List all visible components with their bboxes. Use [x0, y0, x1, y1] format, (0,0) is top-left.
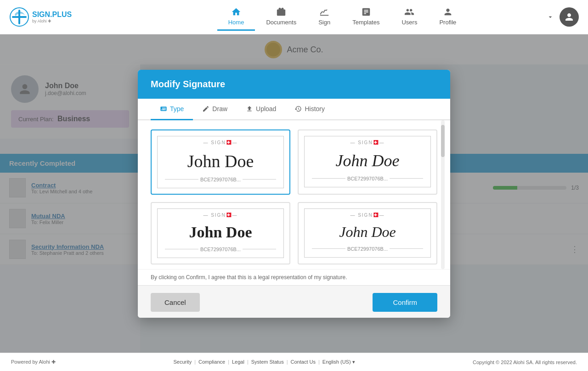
modal-body: — SIGN✚ — John Doe BCE72997076B... [138, 120, 450, 269]
tab-upload-label: Upload [256, 105, 276, 112]
nav-home[interactable]: Home [217, 3, 255, 31]
scrollbar-track [441, 120, 445, 269]
modify-signature-modal: Modify Signature Type Draw Upload Histor… [138, 70, 450, 318]
keyboard-icon [160, 105, 167, 112]
footer-link-status[interactable]: System Status [251, 359, 284, 365]
draw-icon [202, 105, 209, 112]
sig-id-2: BCE72997076B... [312, 176, 423, 181]
scrollbar-thumb[interactable] [441, 125, 445, 157]
tab-draw-label: Draw [212, 105, 227, 112]
sig-name-1: John Doe [165, 142, 276, 175]
nav-profile[interactable]: Profile [428, 3, 467, 31]
nav-right [547, 7, 579, 27]
confirm-button[interactable]: Confirm [373, 293, 437, 312]
signplus-label-2: — SIGN✚ — [350, 140, 384, 145]
main-content: Acme Co. John Doe j.doe@alohi.com Curren… [0, 34, 588, 353]
tab-draw[interactable]: Draw [193, 99, 237, 120]
signature-option-4[interactable]: — SIGN✚ — John Doe BCE72997076B... [298, 202, 437, 264]
logo[interactable]: SIGN.PLUS by Alohi ✚ [9, 7, 138, 27]
logo-sub: by Alohi ✚ [32, 19, 72, 23]
footer-links: Security | Compliance | Legal | System S… [173, 359, 355, 365]
modal-header: Modify Signature [138, 70, 450, 99]
sig-name-3: John Doe [165, 214, 276, 245]
tab-history-label: History [305, 105, 325, 112]
sig-name-4: John Doe [312, 214, 423, 244]
sig-id-3: BCE72997076B... [165, 247, 276, 252]
footer-link-security[interactable]: Security [173, 359, 192, 365]
sig-id-4: BCE72997076B... [312, 246, 423, 252]
modal-tabs: Type Draw Upload History [138, 99, 450, 120]
nav-users[interactable]: Users [390, 3, 428, 31]
history-icon [294, 105, 302, 112]
sig-name-2: John Doe [312, 142, 423, 174]
dropdown-arrow-icon [547, 13, 554, 21]
cancel-button[interactable]: Cancel [151, 293, 200, 312]
signature-grid: — SIGN✚ — John Doe BCE72997076B... [151, 129, 437, 264]
signplus-label-4: — SIGN✚ — [350, 213, 384, 218]
nav-items: Home Documents Sign Templates Users Prof… [138, 3, 547, 31]
upload-icon [246, 105, 253, 112]
nav-sign[interactable]: Sign [307, 3, 341, 31]
copyright: Copyright © 2022 Alohi SA. All rights re… [473, 360, 577, 365]
footer-link-language[interactable]: English (US) ▾ [322, 359, 355, 365]
tab-history[interactable]: History [285, 99, 334, 120]
signature-option-3[interactable]: — SIGN✚ — John Doe BCE72997076B... [151, 202, 290, 264]
modal-footer: Cancel Confirm [138, 285, 450, 318]
logo-icon [9, 7, 29, 27]
modal-title: Modify Signature [151, 79, 225, 89]
signature-option-2[interactable]: — SIGN✚ — John Doe BCE72997076B... [298, 129, 437, 195]
footer-link-legal[interactable]: Legal [232, 359, 244, 365]
footer-link-compliance[interactable]: Compliance [198, 359, 225, 365]
signplus-label-3: — SIGN✚ — [203, 213, 237, 218]
logo-text: SIGN.PLUS [32, 11, 72, 19]
top-navigation: SIGN.PLUS by Alohi ✚ Home Documents Sign… [0, 0, 588, 34]
nav-documents[interactable]: Documents [255, 3, 307, 31]
signature-option-1[interactable]: — SIGN✚ — John Doe BCE72997076B... [151, 129, 290, 195]
powered-by: Powered by Alohi ✚ [11, 359, 56, 365]
sig-id-1: BCE72997076B... [165, 177, 276, 182]
modal-disclaimer: By clicking on Confirm, I agree that thi… [138, 269, 450, 285]
tab-type[interactable]: Type [151, 99, 193, 120]
tab-type-label: Type [170, 105, 184, 112]
nav-templates[interactable]: Templates [341, 3, 390, 31]
page-footer: Powered by Alohi ✚ Security | Compliance… [0, 353, 588, 371]
footer-link-contact[interactable]: Contact Us [291, 359, 316, 365]
disclaimer-text: By clicking on Confirm, I agree that thi… [151, 274, 347, 281]
signplus-label: — SIGN✚ — [203, 140, 237, 145]
tab-upload[interactable]: Upload [237, 99, 285, 120]
avatar[interactable] [560, 7, 579, 27]
